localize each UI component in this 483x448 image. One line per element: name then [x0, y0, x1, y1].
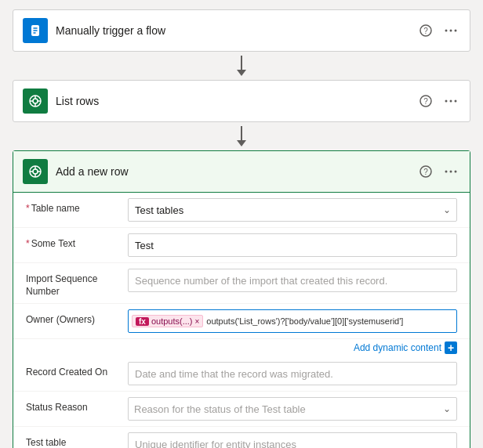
- list-rows-actions: ?: [416, 93, 460, 109]
- add-dynamic-plus-icon: +: [445, 341, 457, 354]
- owner-expression-text: outputs('List_rows')?['body/value'][0]['…: [206, 316, 453, 326]
- add-row-more-button[interactable]: [441, 168, 460, 175]
- list-rows-help-button[interactable]: ?: [416, 93, 435, 109]
- trigger-actions: ?: [416, 23, 460, 38]
- record-created-label: Record Created On: [26, 362, 128, 379]
- add-row-title: Add a new row: [56, 165, 409, 178]
- status-reason-row: Status Reason ⌄ Reason for the status of…: [13, 392, 470, 427]
- list-rows-title: List rows: [56, 95, 409, 107]
- owner-input[interactable]: fx outputs(...) × outputs('List_rows')?[…: [128, 309, 457, 333]
- record-created-input[interactable]: [128, 362, 457, 385]
- status-reason-field: ⌄ Reason for the status of the Test tabl…: [128, 397, 457, 421]
- add-dynamic-button[interactable]: Add dynamic content +: [354, 341, 457, 354]
- svg-point-26: [450, 171, 452, 173]
- owner-field-wrapper: fx outputs(...) × outputs('List_rows')?[…: [128, 309, 457, 333]
- flow-canvas: Manually trigger a flow ?: [0, 0, 483, 448]
- add-dynamic-label: Add dynamic content: [354, 342, 441, 353]
- token-text: outputs(...): [151, 316, 193, 326]
- svg-point-4: [450, 30, 452, 32]
- token-close-icon[interactable]: ×: [194, 317, 199, 326]
- svg-point-5: [455, 30, 457, 32]
- test-table-label: Test table: [26, 432, 128, 448]
- svg-point-16: [455, 100, 457, 103]
- svg-point-7: [33, 99, 38, 103]
- svg-point-14: [445, 100, 448, 103]
- add-row-card: Add a new row ? *Table name: [13, 150, 470, 448]
- list-rows-header: List rows ?: [13, 81, 470, 121]
- owner-row: Owner (Owners) fx outputs(...) × outputs…: [13, 304, 470, 339]
- add-row-header: Add a new row ?: [13, 151, 470, 193]
- svg-point-25: [445, 171, 448, 173]
- table-name-field: Test tables ⌄: [128, 198, 457, 222]
- test-table-row: Test table: [13, 427, 470, 448]
- import-seq-label: Import Sequence Number: [26, 269, 128, 298]
- trigger-icon: [23, 18, 48, 43]
- record-created-row: Record Created On: [13, 356, 470, 392]
- owner-label: Owner (Owners): [26, 309, 128, 327]
- add-row-help-button[interactable]: ?: [416, 164, 435, 179]
- svg-point-15: [450, 100, 452, 103]
- arrow-1: [13, 52, 470, 80]
- trigger-title: Manually trigger a flow: [56, 24, 409, 37]
- trigger-more-button[interactable]: [441, 27, 460, 34]
- status-reason-select[interactable]: [128, 397, 457, 421]
- svg-point-18: [33, 169, 38, 174]
- arrow-down-2: [237, 126, 246, 146]
- arrow-2: [13, 122, 470, 150]
- test-table-field: [128, 432, 457, 448]
- some-text-field: [128, 233, 457, 257]
- list-rows-card: List rows ?: [13, 80, 470, 122]
- svg-text:?: ?: [423, 97, 428, 106]
- table-name-row: *Table name Test tables ⌄: [13, 193, 470, 228]
- import-seq-input[interactable]: [128, 269, 457, 292]
- trigger-help-button[interactable]: ?: [416, 23, 435, 38]
- fx-label: fx: [136, 317, 149, 326]
- list-rows-icon: [23, 89, 48, 114]
- arrow-down-1: [237, 56, 246, 76]
- dynamic-content-row: Add dynamic content +: [13, 339, 470, 356]
- some-text-label: *Some Text: [26, 233, 128, 251]
- svg-point-3: [445, 30, 448, 32]
- import-seq-row: Import Sequence Number: [13, 263, 470, 304]
- add-row-icon: [23, 159, 48, 184]
- test-table-input[interactable]: [128, 432, 457, 448]
- list-rows-more-button[interactable]: [441, 98, 460, 104]
- svg-point-27: [455, 171, 457, 173]
- some-text-row: *Some Text: [13, 228, 470, 263]
- fx-token: fx outputs(...) ×: [132, 315, 203, 327]
- add-row-actions: ?: [416, 164, 460, 179]
- svg-text:?: ?: [423, 27, 428, 35]
- trigger-card-header: Manually trigger a flow ?: [13, 10, 470, 51]
- table-name-select[interactable]: Test tables: [128, 198, 457, 222]
- status-reason-label: Status Reason: [26, 397, 128, 414]
- trigger-card: Manually trigger a flow ?: [13, 9, 470, 52]
- table-name-label: *Table name: [26, 198, 128, 215]
- record-created-field: [128, 362, 457, 385]
- svg-text:?: ?: [423, 168, 428, 176]
- import-seq-field: [128, 269, 457, 292]
- add-row-body: *Table name Test tables ⌄ *Some Text: [13, 193, 470, 448]
- some-text-input[interactable]: [128, 233, 457, 257]
